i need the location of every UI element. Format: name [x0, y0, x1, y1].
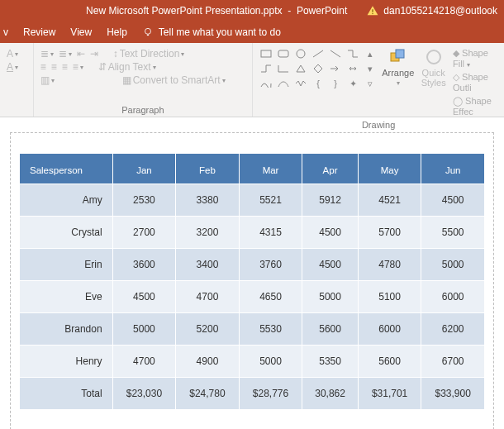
table-header[interactable]: Apr: [302, 154, 358, 184]
align-text-button[interactable]: ⇵ Align Text ▾: [98, 61, 156, 73]
table-cell[interactable]: 4700: [112, 346, 176, 378]
table-cell[interactable]: 5000: [112, 313, 176, 346]
table-cell[interactable]: 4500: [302, 217, 358, 249]
table-cell[interactable]: $33,900: [421, 378, 485, 410]
sales-table[interactable]: SalespersonJanFebMarAprMayJun Amy2530338…: [19, 153, 485, 410]
shape-connector-icon[interactable]: [346, 48, 359, 60]
tell-me-search[interactable]: Tell me what you want to do: [142, 26, 281, 38]
table-row[interactable]: Henry470049005000535056006700: [20, 346, 485, 378]
shape-brace-left-icon[interactable]: {: [311, 78, 325, 89]
align-right-icon[interactable]: ≡: [62, 61, 68, 73]
tab-view[interactable]: View: [70, 26, 92, 38]
shape-doublearrow-icon[interactable]: [346, 63, 359, 74]
table-cell[interactable]: 4500: [112, 281, 176, 313]
shape-line2-icon[interactable]: [329, 48, 342, 60]
table-cell[interactable]: Henry: [20, 346, 113, 378]
gallery-scroll-up-icon[interactable]: ▴: [364, 48, 377, 60]
table-cell[interactable]: 4900: [176, 346, 240, 378]
table-header[interactable]: Jun: [421, 154, 485, 184]
table-cell[interactable]: 3760: [239, 249, 302, 281]
shape-rect-icon[interactable]: [259, 48, 273, 60]
shape-outline-button[interactable]: ◇ Shape Outli: [453, 72, 497, 93]
table-cell[interactable]: 5912: [302, 184, 358, 217]
shape-arrow-icon[interactable]: [329, 63, 342, 74]
justify-icon[interactable]: ≡▾: [73, 61, 83, 73]
shape-freeform-icon[interactable]: [277, 78, 290, 89]
shape-curve-icon[interactable]: [259, 78, 273, 89]
account-area[interactable]: dan1055214218@outlook: [367, 5, 504, 17]
shape-rounded-rect-icon[interactable]: [277, 48, 290, 60]
shape-star-icon[interactable]: ✦: [346, 78, 359, 89]
table-cell[interactable]: 5700: [358, 217, 421, 249]
shape-line-icon[interactable]: [311, 48, 325, 60]
shape-brace-right-icon[interactable]: }: [329, 78, 342, 89]
table-cell[interactable]: 5000: [239, 346, 302, 378]
table-cell[interactable]: 4700: [176, 281, 240, 313]
indent-right-icon[interactable]: ⇥: [90, 48, 98, 60]
table-cell[interactable]: 4500: [302, 249, 358, 281]
tab-cutoff[interactable]: v: [3, 26, 8, 38]
table-cell[interactable]: Crystal: [20, 217, 113, 249]
convert-smartart-button[interactable]: ▦ Convert to SmartArt ▾: [122, 74, 226, 86]
table-cell[interactable]: 5350: [302, 346, 358, 378]
table-header[interactable]: Mar: [239, 154, 302, 184]
quick-styles-button[interactable]: Quick Styles: [419, 48, 448, 88]
table-header[interactable]: Feb: [176, 154, 240, 184]
align-center-icon[interactable]: ≡: [51, 61, 57, 73]
table-cell[interactable]: 4500: [421, 184, 485, 217]
numbering-icon[interactable]: ≣▾: [59, 48, 72, 60]
table-row[interactable]: Amy253033805521591245214500: [20, 184, 485, 217]
table-cell[interactable]: 5000: [302, 281, 358, 313]
table-header[interactable]: May: [358, 154, 421, 184]
shape-circle-icon[interactable]: [294, 48, 307, 60]
slide[interactable]: SalespersonJanFebMarAprMayJun Amy2530338…: [10, 132, 494, 429]
table-cell[interactable]: 5000: [421, 249, 485, 281]
table-row[interactable]: Crystal270032004315450057005500: [20, 217, 485, 249]
table-cell[interactable]: Erin: [20, 249, 113, 281]
shape-elbow2-icon[interactable]: [277, 63, 290, 74]
columns-icon[interactable]: ▥▾: [40, 74, 55, 86]
table-cell[interactable]: 5521: [239, 184, 302, 217]
table-header[interactable]: Salesperson: [20, 154, 113, 184]
table-row[interactable]: Erin360034003760450047805000: [20, 249, 485, 281]
shapes-gallery[interactable]: ▴ ▾ { } ✦ ▿: [259, 48, 377, 89]
table-cell[interactable]: 5600: [358, 346, 421, 378]
shape-zigzag-icon[interactable]: [294, 78, 307, 89]
gallery-more-icon[interactable]: ▿: [364, 78, 377, 89]
table-cell[interactable]: $24,780: [176, 378, 240, 410]
table-cell[interactable]: 6000: [358, 313, 421, 346]
table-cell[interactable]: 6000: [421, 281, 485, 313]
table-cell[interactable]: 5200: [176, 313, 240, 346]
font-color-stub-icon[interactable]: A ▾: [7, 61, 18, 73]
table-cell[interactable]: Amy: [20, 184, 113, 217]
bullets-icon[interactable]: ≣▾: [40, 48, 54, 60]
table-cell[interactable]: 6700: [421, 346, 485, 378]
table-cell[interactable]: 5530: [239, 313, 302, 346]
table-cell[interactable]: 3200: [176, 217, 240, 249]
shape-elbow-icon[interactable]: [259, 63, 273, 74]
table-cell[interactable]: 3400: [176, 249, 240, 281]
table-cell[interactable]: 3600: [112, 249, 176, 281]
shape-fill-button[interactable]: ◆ Shape Fill ▾: [453, 48, 497, 69]
table-cell[interactable]: $23,030: [112, 378, 176, 410]
table-header[interactable]: Jan: [112, 154, 176, 184]
table-cell[interactable]: 3380: [176, 184, 240, 217]
align-left-icon[interactable]: ≡: [40, 61, 46, 73]
shape-triangle-icon[interactable]: [294, 63, 307, 74]
table-cell[interactable]: 4521: [358, 184, 421, 217]
table-cell[interactable]: 2700: [112, 217, 176, 249]
table-cell[interactable]: Eve: [20, 281, 113, 313]
shape-effects-button[interactable]: ◯ Shape Effec: [453, 96, 497, 117]
shape-diamond-icon[interactable]: [311, 63, 325, 74]
gallery-scroll-down-icon[interactable]: ▾: [364, 63, 377, 74]
tab-review[interactable]: Review: [23, 26, 55, 38]
arrange-button[interactable]: Arrange ▾: [382, 48, 414, 87]
table-cell[interactable]: Total: [20, 378, 113, 410]
table-cell[interactable]: $28,776: [239, 378, 302, 410]
table-cell[interactable]: $31,701: [358, 378, 421, 410]
table-cell[interactable]: Brandon: [20, 313, 113, 346]
table-cell[interactable]: 4315: [239, 217, 302, 249]
table-cell[interactable]: 4780: [358, 249, 421, 281]
table-cell[interactable]: 5500: [421, 217, 485, 249]
table-row[interactable]: Total$23,030$24,780$28,77630,862$31,701$…: [20, 378, 485, 410]
